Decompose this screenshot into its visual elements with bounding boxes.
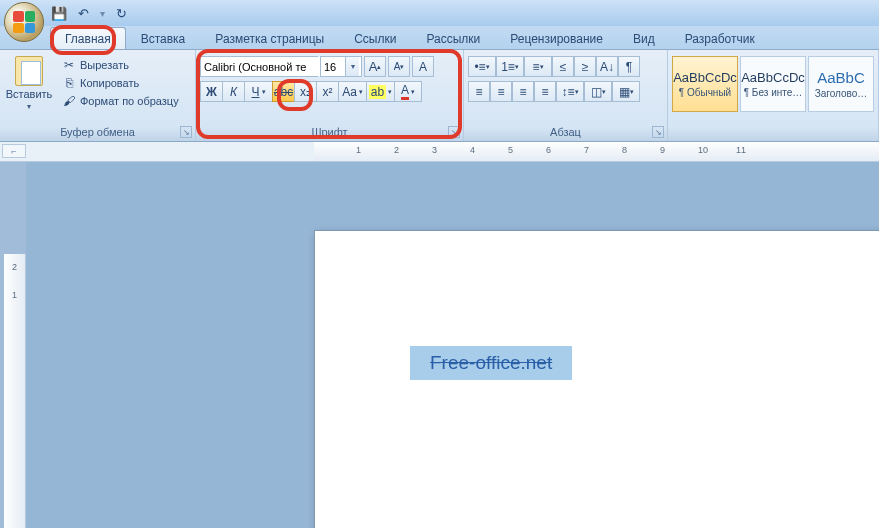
style-heading1[interactable]: AaBbC Заголово… — [808, 56, 874, 112]
shrink-font-button[interactable]: A▾ — [388, 56, 410, 77]
document-canvas[interactable]: Free-office.net — [26, 162, 879, 528]
ruler-mark: 3 — [432, 145, 437, 155]
group-clipboard-label: Буфер обмена — [4, 124, 191, 141]
font-color-icon: A — [401, 83, 409, 100]
style-normal[interactable]: AaBbCcDc ¶ Обычный — [672, 56, 738, 112]
strikethrough-button[interactable]: abc — [272, 81, 294, 102]
group-styles: AaBbCcDc ¶ Обычный AaBbCcDc ¶ Без инте… … — [668, 50, 879, 141]
page[interactable]: Free-office.net — [314, 230, 879, 528]
align-left-icon: ≡ — [475, 85, 482, 99]
bold-icon: Ж — [206, 85, 217, 99]
paste-button[interactable]: Вставить ▾ — [4, 52, 54, 111]
ruler-mark: 4 — [470, 145, 475, 155]
clipboard-dialog-launcher[interactable]: ↘ — [180, 126, 192, 138]
multilevel-icon: ≡ — [532, 60, 539, 74]
numbering-button[interactable]: 1≡▾ — [496, 56, 524, 77]
tab-references[interactable]: Ссылки — [339, 27, 411, 49]
italic-icon: К — [230, 85, 237, 99]
ruler-mark: 7 — [584, 145, 589, 155]
underline-button[interactable]: Ч▾ — [244, 81, 272, 102]
ruler-mark: 5 — [508, 145, 513, 155]
redo-button[interactable]: ↻ — [112, 4, 130, 22]
selected-text[interactable]: Free-office.net — [410, 346, 572, 380]
bullets-button[interactable]: •≡▾ — [468, 56, 496, 77]
numbering-icon: 1≡ — [501, 60, 515, 74]
italic-button[interactable]: К — [222, 81, 244, 102]
format-painter-label: Формат по образцу — [80, 95, 179, 107]
style-name: ¶ Обычный — [679, 87, 731, 98]
copy-icon: ⎘ — [62, 76, 76, 90]
align-center-button[interactable]: ≡ — [490, 81, 512, 102]
align-right-button[interactable]: ≡ — [512, 81, 534, 102]
font-name-combo[interactable]: ▾ — [200, 56, 318, 77]
tab-insert[interactable]: Вставка — [126, 27, 201, 49]
shading-button[interactable]: ◫▾ — [584, 81, 612, 102]
group-font-label: Шрифт — [200, 124, 459, 141]
tab-mailings[interactable]: Рассылки — [411, 27, 495, 49]
show-marks-button[interactable]: ¶ — [618, 56, 640, 77]
format-painter-button[interactable]: 🖌 Формат по образцу — [58, 92, 183, 110]
tab-review[interactable]: Рецензирование — [495, 27, 618, 49]
cut-button[interactable]: ✂ Вырезать — [58, 56, 183, 74]
vertical-ruler[interactable]: 2 1 — [4, 254, 26, 528]
tab-home[interactable]: Главная — [50, 27, 126, 49]
brush-icon: 🖌 — [62, 94, 76, 108]
horizontal-ruler[interactable]: 3211234567891011 — [314, 142, 879, 161]
eraser-icon: A — [419, 60, 427, 74]
align-center-icon: ≡ — [497, 85, 504, 99]
ruler-mark: 11 — [736, 145, 746, 155]
ruler-mark: 1 — [356, 145, 361, 155]
bold-button[interactable]: Ж — [200, 81, 222, 102]
borders-button[interactable]: ▦▾ — [612, 81, 640, 102]
document-area: 2 1 Free-office.net — [0, 162, 879, 528]
watermark-text: FREE-OFFICE.NET — [715, 497, 855, 513]
superscript-button[interactable]: x² — [316, 81, 338, 102]
scissors-icon: ✂ — [62, 58, 76, 72]
highlight-icon: ab — [369, 85, 386, 99]
highlight-button[interactable]: ab▾ — [366, 81, 394, 102]
group-font: ▾ ▾ A▴ A▾ A Ж К Ч▾ abc x₂ x² — [196, 50, 464, 141]
qat-separator: ▾ — [98, 8, 106, 19]
group-paragraph-label: Абзац — [468, 124, 663, 141]
save-button[interactable]: 💾 — [50, 4, 68, 22]
office-button[interactable] — [4, 2, 44, 42]
grow-font-icon: A — [369, 59, 378, 74]
superscript-icon: x² — [323, 85, 333, 99]
decrease-indent-button[interactable]: ≤ — [552, 56, 574, 77]
sort-button[interactable]: A↓ — [596, 56, 618, 77]
style-name: Заголово… — [815, 88, 868, 99]
sort-icon: A↓ — [600, 60, 614, 74]
align-left-button[interactable]: ≡ — [468, 81, 490, 102]
line-spacing-button[interactable]: ↕≡▾ — [556, 81, 584, 102]
undo-button[interactable]: ↶ — [74, 4, 92, 22]
font-dialog-launcher[interactable]: ↘ — [448, 126, 460, 138]
clear-formatting-button[interactable]: A — [412, 56, 434, 77]
copy-label: Копировать — [80, 77, 139, 89]
change-case-button[interactable]: Aa▾ — [338, 81, 366, 102]
style-no-spacing[interactable]: AaBbCcDc ¶ Без инте… — [740, 56, 806, 112]
increase-indent-button[interactable]: ≥ — [574, 56, 596, 77]
watermark-logo-icon — [685, 494, 707, 516]
subscript-button[interactable]: x₂ — [294, 81, 316, 102]
subscript-icon: x₂ — [300, 85, 311, 99]
paste-label: Вставить — [6, 88, 53, 100]
font-color-button[interactable]: A▾ — [394, 81, 422, 102]
borders-icon: ▦ — [619, 85, 630, 99]
ruler-mark: 8 — [622, 145, 627, 155]
chevron-down-icon[interactable]: ▾ — [345, 57, 359, 76]
cut-label: Вырезать — [80, 59, 129, 71]
justify-button[interactable]: ≡ — [534, 81, 556, 102]
grow-font-button[interactable]: A▴ — [364, 56, 386, 77]
ruler-corner-button[interactable]: ⌐ — [2, 144, 26, 158]
align-right-icon: ≡ — [519, 85, 526, 99]
copy-button[interactable]: ⎘ Копировать — [58, 74, 183, 92]
ribbon-tabs: Главная Вставка Разметка страницы Ссылки… — [0, 26, 879, 50]
paragraph-dialog-launcher[interactable]: ↘ — [652, 126, 664, 138]
ruler-row: ⌐ 3211234567891011 — [0, 142, 879, 162]
tab-developer[interactable]: Разработчик — [670, 27, 770, 49]
multilevel-button[interactable]: ≡▾ — [524, 56, 552, 77]
tab-view[interactable]: Вид — [618, 27, 670, 49]
font-size-combo[interactable]: ▾ — [320, 56, 362, 77]
tab-page-layout[interactable]: Разметка страницы — [200, 27, 339, 49]
font-size-input[interactable] — [321, 57, 345, 76]
